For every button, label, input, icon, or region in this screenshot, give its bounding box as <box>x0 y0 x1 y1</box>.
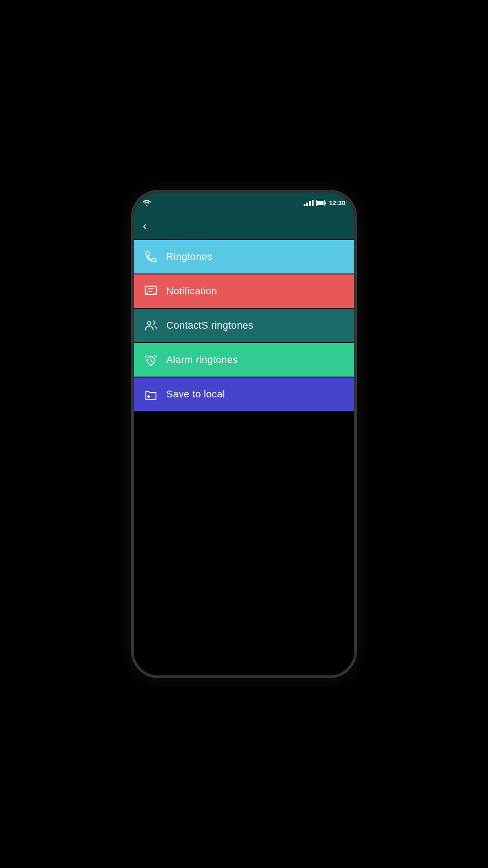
ringtones-label: Ringtones <box>166 251 212 263</box>
signal-icon <box>304 200 314 206</box>
alarm-icon <box>143 352 159 368</box>
alarm-label: Alarm ringtones <box>166 354 238 366</box>
folder-icon <box>143 386 159 402</box>
clock: 12:30 <box>329 199 345 207</box>
save-label: Save to local <box>166 388 225 400</box>
svg-rect-3 <box>325 202 326 204</box>
contacts-icon <box>143 317 159 334</box>
svg-point-5 <box>148 321 151 325</box>
svg-point-0 <box>146 205 148 206</box>
contacts-label: ContactS ringtones <box>166 320 253 331</box>
svg-rect-2 <box>317 201 324 205</box>
status-bar: 12:30 <box>134 193 354 213</box>
notification-label: Notification <box>166 285 217 297</box>
message-icon <box>143 283 159 299</box>
phone-screen: 12:30 ‹ Ringtones <box>134 193 354 675</box>
menu-list: Ringtones Notification <box>134 240 354 412</box>
menu-item-notification[interactable]: Notification <box>134 274 354 309</box>
top-bar: ‹ <box>134 213 354 240</box>
status-left <box>143 200 151 206</box>
phone-icon <box>143 249 159 265</box>
back-button[interactable]: ‹ <box>143 221 146 231</box>
wifi-icon <box>143 200 151 206</box>
menu-item-contacts[interactable]: ContactS ringtones <box>134 309 354 343</box>
phone-frame: 12:30 ‹ Ringtones <box>131 190 357 678</box>
menu-item-save[interactable]: Save to local <box>134 377 354 412</box>
menu-item-alarm[interactable]: Alarm ringtones <box>134 343 354 377</box>
menu-item-ringtones[interactable]: Ringtones <box>134 240 354 274</box>
battery-icon <box>316 200 326 206</box>
status-right: 12:30 <box>304 199 345 207</box>
